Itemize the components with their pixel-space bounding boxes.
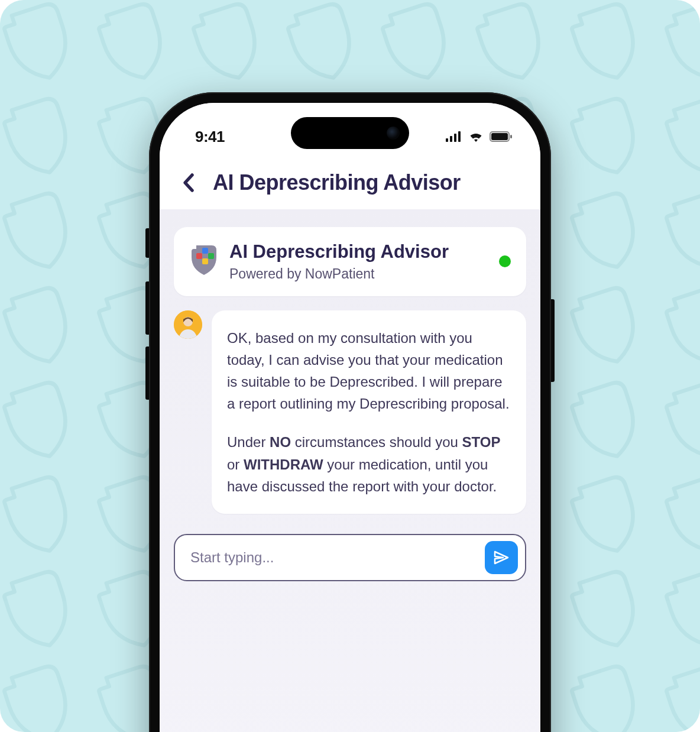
- message-row: OK, based on my consultation with you to…: [174, 310, 526, 514]
- svg-rect-7: [510, 135, 512, 138]
- message-paragraph: OK, based on my consultation with you to…: [227, 327, 511, 415]
- svg-rect-11: [196, 253, 202, 259]
- send-icon: [493, 550, 510, 565]
- message-emphasis: NO: [270, 434, 291, 450]
- phone-side-button: [551, 299, 555, 382]
- front-camera: [387, 127, 400, 140]
- phone-side-button: [145, 281, 149, 335]
- svg-rect-3: [454, 134, 456, 142]
- status-time: 9:41: [184, 128, 225, 146]
- page-title: AI Deprescribing Advisor: [213, 170, 461, 195]
- advisor-message-bubble: OK, based on my consultation with you to…: [212, 310, 526, 514]
- message-emphasis: WITHDRAW: [244, 456, 323, 472]
- advisor-header-text: AI Deprescribing Advisor Powered by NowP…: [229, 241, 488, 282]
- message-text: circumstances should you: [291, 434, 462, 450]
- svg-rect-9: [208, 253, 214, 259]
- app-header: AI Deprescribing Advisor: [160, 156, 540, 209]
- svg-rect-10: [202, 258, 208, 264]
- advisor-header-card: AI Deprescribing Advisor Powered by NowP…: [174, 227, 526, 296]
- status-icons: [446, 131, 516, 142]
- advisor-subtitle: Powered by NowPatient: [229, 266, 488, 282]
- battery-icon: [490, 131, 512, 142]
- message-paragraph: Under NO circumstances should you STOP o…: [227, 431, 511, 497]
- svg-rect-6: [491, 133, 508, 140]
- phone-frame: 9:41 AI Deprescribing Adv: [149, 92, 551, 732]
- message-text: OK, based on my consultation with you to…: [227, 330, 510, 412]
- promo-canvas: 9:41 AI Deprescribing Adv: [0, 0, 700, 732]
- online-status-dot: [499, 255, 511, 267]
- shield-logo-icon: [189, 244, 219, 278]
- chat-input[interactable]: [190, 549, 477, 566]
- back-button[interactable]: [176, 171, 200, 195]
- svg-rect-2: [450, 136, 452, 142]
- message-text: or: [227, 456, 244, 472]
- wifi-icon: [468, 131, 484, 142]
- svg-rect-8: [202, 248, 208, 254]
- send-button[interactable]: [485, 541, 518, 574]
- dynamic-island: [291, 117, 409, 149]
- chat-content: AI Deprescribing Advisor Powered by NowP…: [160, 209, 540, 732]
- chat-input-row[interactable]: [174, 534, 526, 581]
- advisor-title: AI Deprescribing Advisor: [229, 241, 488, 263]
- cellular-signal-icon: [446, 131, 462, 142]
- chevron-left-icon: [182, 173, 195, 193]
- message-text: Under: [227, 434, 270, 450]
- message-emphasis: STOP: [462, 434, 501, 450]
- phone-side-button: [145, 228, 149, 258]
- phone-screen: 9:41 AI Deprescribing Adv: [160, 103, 540, 732]
- svg-rect-4: [458, 131, 461, 142]
- svg-rect-1: [446, 138, 448, 142]
- phone-side-button: [145, 346, 149, 400]
- advisor-avatar: [174, 310, 202, 339]
